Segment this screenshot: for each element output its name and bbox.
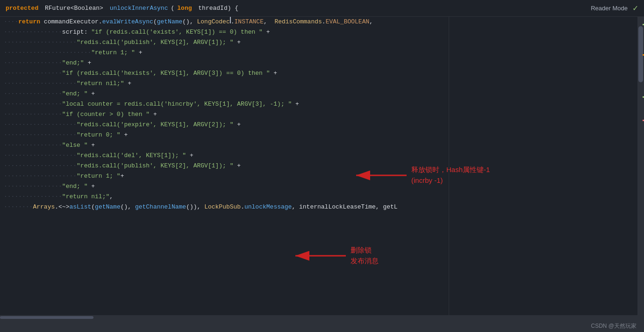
code-line-4: ························ "return 1; " + xyxy=(0,48,637,58)
code-line-16: ···················· "return 1; " + xyxy=(0,171,637,181)
horizontal-thumb[interactable] xyxy=(0,316,93,319)
top-bar: protected RFuture<Boolean> unlockInnerAs… xyxy=(0,0,644,17)
method-name: unlockInnerAsync xyxy=(110,5,168,12)
top-bar-left: protected RFuture<Boolean> unlockInnerAs… xyxy=(6,5,238,12)
code-line-18: ················ "return nil;" , xyxy=(0,192,637,202)
code-line-7: ···················· "return nil;" + xyxy=(0,79,637,89)
status-bar: CSDN @天然玩家 xyxy=(0,320,644,332)
code-line-11: ···················· "redis.call('pexpir… xyxy=(0,120,637,130)
param-name: threadId) { xyxy=(195,5,239,12)
code-line-17: ················ "end; " + xyxy=(0,181,637,192)
code-line-15: ···················· "redis.call('publis… xyxy=(0,161,637,171)
check-icon: ✓ xyxy=(632,4,638,13)
code-line-19: ········ Arrays . <~> asList ( getName (… xyxy=(0,202,637,212)
code-line-5: ················ "end;" + xyxy=(0,58,637,68)
keyword-protected: protected xyxy=(6,5,38,12)
code-line-9: ················ "local counter = redis.… xyxy=(0,99,637,109)
method-signature: RFuture<Boolean> xyxy=(41,5,107,12)
annotation-1-text: 释放锁时，Hash属性键-1 (incrby -1) xyxy=(411,165,490,186)
code-line-1: ···· return commandExecutor. evalWriteAs… xyxy=(0,17,637,27)
code-line-8: ················ "end; " + xyxy=(0,89,637,99)
horizontal-scrollbar[interactable] xyxy=(0,315,637,320)
code-line-10: ················ "if (counter > 0) then … xyxy=(0,109,637,120)
code-area: ···· return commandExecutor. evalWriteAs… xyxy=(0,17,637,320)
code-line-2: ················ script : "if (redis.cal… xyxy=(0,27,637,37)
annotation-2-text: 删除锁 发布消息 xyxy=(351,245,379,266)
scrollbar-track[interactable] xyxy=(637,17,644,320)
arrow-2-icon xyxy=(290,246,346,265)
code-line-6: ················ "if (redis.call('hexist… xyxy=(0,68,637,79)
code-line-13: ················ "else " + xyxy=(0,140,637,151)
annotation-1: 释放锁时，Hash属性键-1 (incrby -1) xyxy=(351,165,490,186)
vertical-divider xyxy=(449,17,449,320)
arrow-1-icon xyxy=(351,166,407,185)
attribution-text: CSDN @天然玩家 xyxy=(591,322,637,330)
code-line-12: ···················· "return 0; " + xyxy=(0,130,637,140)
reader-mode-label[interactable]: Reader Mode xyxy=(591,5,628,12)
param-type: long xyxy=(177,5,192,12)
top-bar-right: Reader Mode ✓ xyxy=(591,4,638,13)
params: ( xyxy=(171,5,174,12)
code-line-3: ···················· "redis.call('publis… xyxy=(0,37,637,48)
annotation-2: 删除锁 发布消息 xyxy=(290,245,379,266)
code-line-14: ···················· "redis.call('del', … xyxy=(0,151,637,161)
